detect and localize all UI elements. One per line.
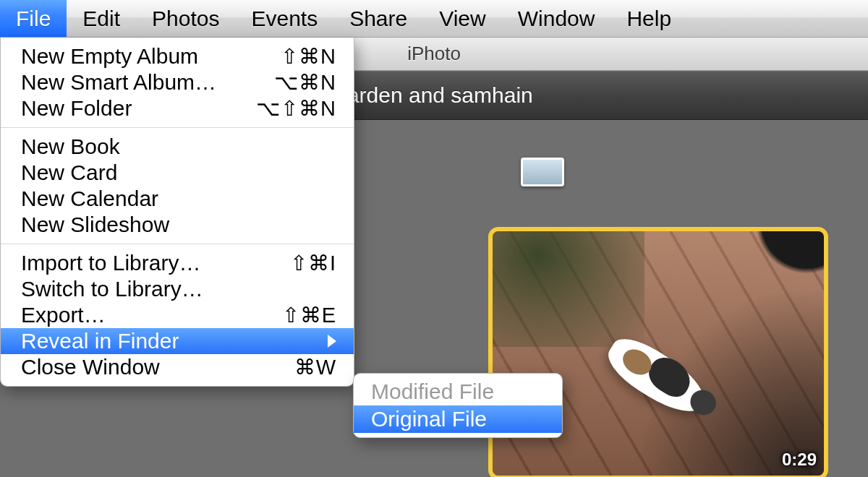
menuitem-label: New Book [21,134,336,159]
menu-view-label: View [439,7,485,31]
menuitem-new-calendar[interactable]: New Calendar [1,186,354,212]
submenu-item-label: Modified File [371,379,494,403]
submenu-arrow-icon [328,335,336,348]
menu-file-label: File [16,7,51,31]
menu-help[interactable]: Help [610,0,687,37]
event-title: garden and samhain [335,83,533,108]
menu-share-label: Share [349,7,407,31]
menuitem-label: New Empty Album [21,44,281,69]
menuitem-shortcut: ⌘W [294,355,336,379]
menu-share[interactable]: Share [333,0,423,37]
app-title: iPhoto [407,43,461,65]
menu-edit[interactable]: Edit [67,0,136,37]
menuitem-shortcut: ⇧⌘N [281,44,336,69]
menuitem-new-folder[interactable]: New Folder ⌥⇧⌘N [1,95,354,121]
menu-photos[interactable]: Photos [136,0,235,37]
menuitem-shortcut: ⌥⌘N [274,70,336,95]
menuitem-label: Reveal in Finder [21,329,323,353]
menu-events-label: Events [251,7,318,31]
menuitem-new-card[interactable]: New Card [1,160,354,186]
submenu-item-label: Original File [371,407,487,431]
menuitem-reveal-in-finder[interactable]: Reveal in Finder [1,328,354,354]
menu-separator [1,244,354,244]
menuitem-label: Import to Library… [21,251,290,275]
menubar: File Edit Photos Events Share View Windo… [0,0,868,38]
menuitem-label: Close Window [21,355,294,379]
menu-file[interactable]: File [0,0,67,37]
menu-view[interactable]: View [423,0,501,37]
menu-help-label: Help [626,7,671,31]
menu-photos-label: Photos [152,7,219,31]
menuitem-switch-to-library[interactable]: Switch to Library… [1,276,354,302]
submenu-modified-file: Modified File [354,378,562,405]
menuitem-export[interactable]: Export… ⇧⌘E [1,302,354,328]
photo-thumbnail-partial[interactable] [521,158,564,186]
menu-window-label: Window [518,7,595,31]
menuitem-new-smart-album[interactable]: New Smart Album… ⌥⌘N [1,69,354,95]
menuitem-label: Export… [21,303,282,327]
menuitem-close-window[interactable]: Close Window ⌘W [1,354,354,380]
video-thumbnail-selected[interactable]: 0:29 [488,227,828,477]
menuitem-label: New Calendar [21,186,336,211]
menuitem-label: Switch to Library… [21,277,336,301]
menuitem-shortcut: ⇧⌘I [290,251,336,275]
reveal-in-finder-submenu: Modified File Original File [353,373,563,438]
menuitem-label: New Card [21,160,336,185]
menuitem-new-empty-album[interactable]: New Empty Album ⇧⌘N [1,43,354,69]
menuitem-shortcut: ⌥⇧⌘N [256,96,336,121]
menuitem-new-slideshow[interactable]: New Slideshow [1,212,354,238]
menu-edit-label: Edit [82,7,120,31]
video-thumbnail-image [493,231,824,476]
menuitem-shortcut: ⇧⌘E [282,303,336,327]
menu-window[interactable]: Window [502,0,611,37]
menuitem-label: New Slideshow [21,212,336,237]
clip-duration-badge: 0:29 [782,450,817,470]
submenu-original-file[interactable]: Original File [354,405,562,433]
menu-events[interactable]: Events [235,0,333,37]
menuitem-label: New Smart Album… [21,70,274,95]
menuitem-import-to-library[interactable]: Import to Library… ⇧⌘I [1,250,354,276]
file-dropdown: New Empty Album ⇧⌘N New Smart Album… ⌥⌘N… [0,38,354,387]
menuitem-label: New Folder [21,96,256,121]
menuitem-new-book[interactable]: New Book [1,134,354,160]
menu-separator [1,127,354,128]
